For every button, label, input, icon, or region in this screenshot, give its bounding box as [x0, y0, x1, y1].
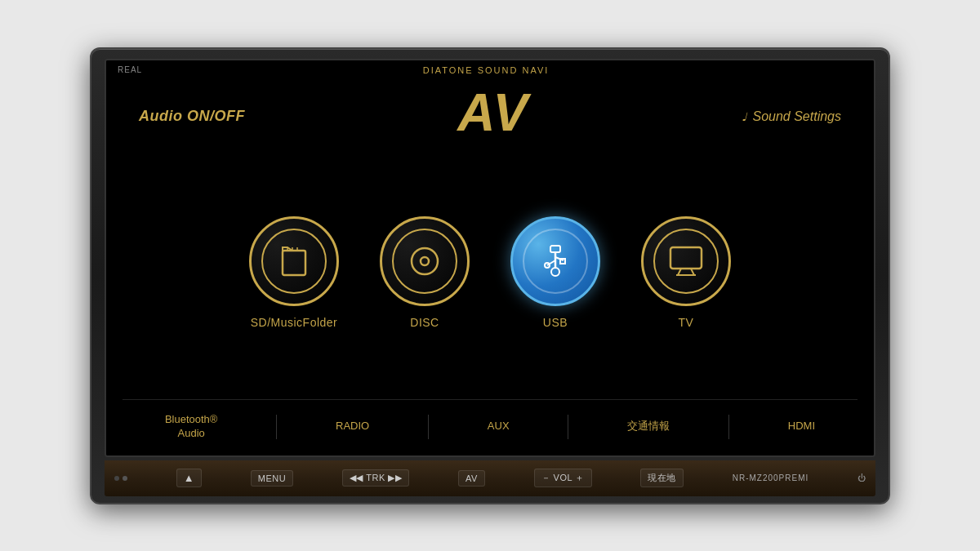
- media-item-sd[interactable]: SD/MusicFolder: [249, 216, 339, 329]
- media-circle-usb: [510, 216, 600, 306]
- power-icon[interactable]: ⏻: [858, 473, 866, 482]
- power-led: [114, 476, 119, 481]
- sd-label: SD/MusicFolder: [251, 316, 338, 329]
- disc-icon: [408, 245, 441, 278]
- screen-bezel: REAL DIATONE SOUND NAVI Audio ON/OFF AV …: [105, 59, 875, 457]
- tv-icon: [669, 246, 703, 277]
- usb-label: USB: [543, 316, 568, 329]
- media-circle-inner-sd: [261, 229, 327, 294]
- bottom-menu-bluetooth[interactable]: Bluetooth®Audio: [155, 410, 228, 444]
- bottom-menu-hdmi[interactable]: HDMI: [778, 416, 825, 437]
- trk-button[interactable]: ◀◀ TRK ▶▶: [342, 469, 409, 487]
- media-circle-tv: [641, 216, 731, 306]
- music-note-icon: ♩: [742, 110, 747, 123]
- bottom-menu-row: Bluetooth®Audio RADIO AUX 交通情報 HDMI: [122, 399, 858, 455]
- bluetooth-label: Bluetooth®Audio: [165, 413, 218, 439]
- model-label: NR-MZ200PREMI: [733, 473, 809, 482]
- disc-label: DISC: [410, 316, 439, 329]
- media-circle-inner-usb: [523, 229, 588, 294]
- top-bar: REAL DIATONE SOUND NAVI: [106, 60, 874, 80]
- bottom-menu-radio[interactable]: RADIO: [326, 416, 379, 437]
- svg-point-6: [421, 257, 429, 265]
- svg-rect-7: [550, 246, 560, 252]
- svg-point-5: [412, 248, 438, 274]
- bottom-menu-traffic[interactable]: 交通情報: [617, 416, 679, 437]
- media-circle-sd: [249, 216, 339, 306]
- screen-main: Audio ON/OFF AV ♩ Sound Settings: [106, 80, 874, 455]
- media-item-tv[interactable]: TV: [641, 216, 731, 329]
- control-bar: ▲ MENU ◀◀ TRK ▶▶ AV － VOL ＋ 現在地 NR-MZ200…: [105, 460, 875, 496]
- device-body: REAL DIATONE SOUND NAVI Audio ON/OFF AV …: [90, 47, 890, 504]
- hdmi-label: HDMI: [788, 420, 815, 432]
- divider-3: [568, 415, 568, 439]
- brand-label: REAL: [118, 65, 142, 74]
- svg-point-13: [551, 268, 559, 276]
- divider-1: [276, 415, 277, 439]
- svg-rect-12: [560, 259, 565, 264]
- aux-label: AUX: [488, 420, 510, 432]
- usb-icon: [542, 244, 568, 278]
- vol-button[interactable]: － VOL ＋: [534, 469, 592, 487]
- eject-button[interactable]: ▲: [176, 469, 202, 487]
- svg-rect-0: [283, 251, 305, 275]
- av-header: Audio ON/OFF AV ♩ Sound Settings: [131, 80, 849, 147]
- divider-2: [428, 415, 429, 439]
- svg-rect-15: [670, 247, 702, 269]
- menu-button[interactable]: MENU: [251, 470, 293, 487]
- sd-card-icon: [281, 246, 307, 277]
- media-circle-inner-tv: [653, 229, 719, 294]
- audio-onoff-toggle[interactable]: Audio ON/OFF: [139, 108, 245, 125]
- current-pos-button[interactable]: 現在地: [640, 469, 684, 487]
- page-title: AV: [457, 87, 529, 139]
- divider-4: [728, 415, 729, 439]
- media-circle-inner-disc: [392, 229, 457, 294]
- bottom-menu-aux[interactable]: AUX: [478, 416, 519, 437]
- traffic-label: 交通情報: [627, 420, 670, 432]
- system-title: DIATONE SOUND NAVI: [423, 65, 550, 75]
- media-circle-disc: [380, 216, 470, 306]
- sound-settings-button[interactable]: ♩ Sound Settings: [742, 109, 841, 124]
- media-item-usb[interactable]: USB: [510, 216, 600, 329]
- sound-settings-label: Sound Settings: [752, 109, 841, 124]
- mic-dot: [122, 476, 127, 481]
- media-icons-row: SD/MusicFolder DISC: [131, 147, 849, 399]
- tv-label: TV: [679, 316, 694, 329]
- av-button[interactable]: AV: [458, 470, 485, 487]
- media-item-disc[interactable]: DISC: [380, 216, 470, 329]
- radio-label: RADIO: [336, 420, 369, 432]
